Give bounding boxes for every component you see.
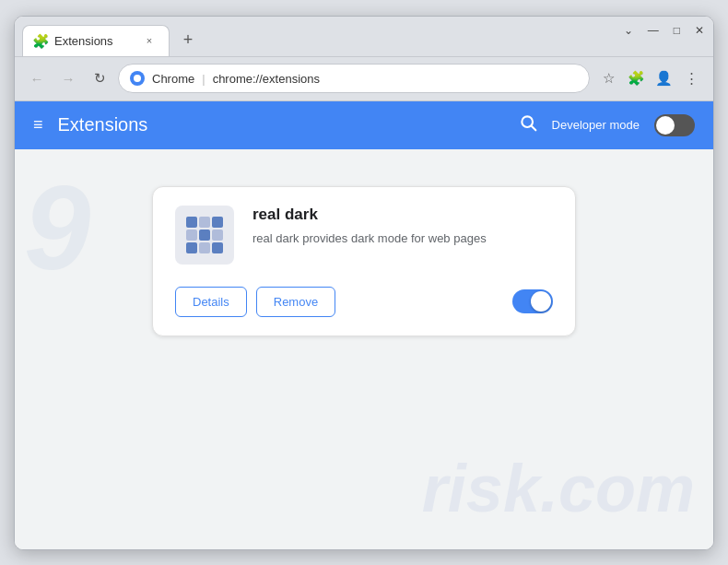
back-icon: ← (30, 71, 44, 87)
icon-cell (212, 217, 223, 228)
new-tab-button[interactable]: + (175, 28, 201, 53)
hamburger-menu-icon[interactable]: ≡ (33, 115, 43, 135)
window-controls: ⌄ — □ ✕ (624, 24, 704, 37)
svg-line-2 (531, 126, 535, 131)
back-button[interactable]: ← (24, 65, 50, 91)
watermark-top: 9 (24, 168, 90, 288)
extension-card-bottom: Details Remove (175, 287, 553, 317)
more-options-icon: ⋮ (685, 70, 699, 87)
extensions-header: ≡ Extensions Developer mode (15, 101, 713, 149)
forward-button[interactable]: → (55, 65, 81, 91)
icon-cell (199, 242, 210, 253)
tab-title: Extensions (54, 34, 134, 48)
reload-icon: ↻ (94, 70, 106, 87)
icon-cell (212, 242, 223, 253)
maximize-button[interactable]: □ (674, 24, 680, 37)
watermark-bottom: risk.com (422, 455, 695, 522)
icon-cell (199, 217, 210, 228)
extension-toggle-knob (531, 291, 551, 312)
omnibar-url: chrome://extensions (213, 72, 578, 86)
profile-button[interactable]: 👤 (651, 65, 676, 91)
icon-cell (186, 217, 197, 228)
extension-description: real dark provides dark mode for web pag… (252, 230, 553, 248)
puzzle-icon: 🧩 (628, 70, 645, 87)
profile-icon: 👤 (655, 70, 673, 87)
omnibar[interactable]: Chrome | chrome://extensions (118, 64, 590, 93)
extension-card-top: real dark real dark provides dark mode f… (175, 206, 553, 265)
forward-icon: → (62, 71, 76, 87)
bookmark-button[interactable]: ☆ (595, 65, 621, 91)
extension-action-buttons: Details Remove (175, 287, 335, 317)
active-tab[interactable]: 🧩 Extensions × (22, 25, 170, 56)
extension-enabled-toggle[interactable] (512, 289, 553, 313)
close-button[interactable]: ✕ (695, 24, 704, 37)
title-bar: 🧩 Extensions × + ⌄ — □ ✕ (15, 17, 713, 57)
search-button[interactable] (519, 113, 537, 136)
extension-info: real dark real dark provides dark mode f… (252, 206, 553, 248)
icon-cell (212, 230, 223, 241)
extension-icon-box (175, 206, 234, 265)
details-button[interactable]: Details (175, 287, 247, 317)
menu-button[interactable]: ⋮ (678, 65, 704, 91)
remove-button[interactable]: Remove (256, 287, 335, 317)
chrome-favicon-icon (130, 71, 145, 86)
tab-close-button[interactable]: × (141, 32, 158, 49)
omnibar-chrome-label: Chrome (152, 72, 194, 86)
tab-favicon-icon: 🧩 (32, 33, 47, 48)
page-content: 9 risk.com (15, 149, 713, 549)
extensions-button[interactable]: 🧩 (623, 65, 649, 91)
toggle-knob (656, 116, 675, 135)
omnibar-divider: | (202, 72, 205, 86)
extensions-page-title: Extensions (58, 114, 504, 135)
icon-cell (186, 230, 197, 241)
tabs-area: 🧩 Extensions × + (22, 25, 706, 56)
extension-icon-grid (186, 217, 223, 253)
star-icon: ☆ (603, 70, 615, 87)
extension-name: real dark (252, 206, 553, 224)
developer-mode-toggle[interactable] (654, 114, 695, 136)
minimize-button[interactable]: — (648, 24, 659, 37)
icon-cell (186, 242, 197, 253)
icon-cell (199, 230, 210, 241)
developer-mode-label: Developer mode (552, 118, 640, 132)
reload-button[interactable]: ↻ (87, 65, 112, 91)
toolbar-actions: ☆ 🧩 👤 ⋮ (595, 65, 704, 91)
chevron-down-icon[interactable]: ⌄ (624, 24, 633, 37)
browser-window: 🧩 Extensions × + ⌄ — □ ✕ ← → ↻ Chrome (14, 16, 714, 550)
toolbar: ← → ↻ Chrome | chrome://extensions ☆ 🧩 👤 (15, 57, 713, 101)
svg-point-0 (134, 75, 141, 82)
extension-card: real dark real dark provides dark mode f… (152, 186, 576, 336)
